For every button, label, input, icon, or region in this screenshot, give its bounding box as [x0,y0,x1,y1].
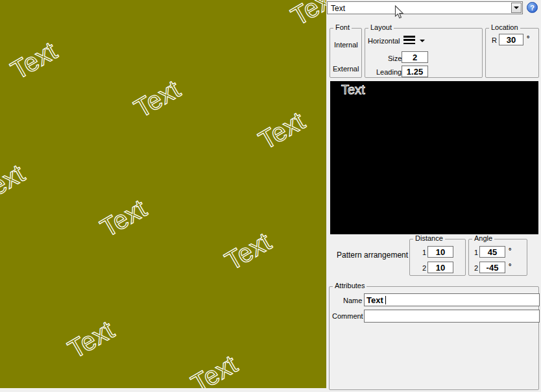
angle1-label: 1 [474,249,478,256]
font-group: Font Internal External [330,28,362,78]
leading-input[interactable] [402,66,428,77]
font-internal-option[interactable]: Internal [334,41,358,49]
pattern-text-sample: Text [187,350,241,388]
mouse-cursor [394,5,405,19]
dropdown-selected-value: Text [331,4,345,13]
comment-input[interactable] [364,310,540,323]
font-group-title: Font [333,23,352,32]
angle-group: Angle 1 ° 2 ° [468,239,527,276]
dropdown-arrow-button[interactable] [511,3,522,13]
text-pattern-editor-window: Text Text Text Text Text Text Text Text … [0,0,541,392]
pattern-text-sample: Text [64,316,118,362]
angle2-label: 2 [474,264,478,272]
degree-symbol: ° [509,262,511,270]
pattern-text-sample: Text [0,160,29,206]
distance-group: Distance 1 2 [409,239,466,276]
angle1-input[interactable] [479,246,505,258]
leading-label: Leading [376,68,402,76]
pattern-preview-canvas[interactable]: Text Text Text Text Text Text Text Text … [0,0,326,388]
size-label: Size [388,55,402,62]
location-group-title: Location [489,23,520,32]
distance-group-title: Distance [413,234,445,243]
rotation-input[interactable] [499,34,523,45]
pattern-text-sample: Text [6,37,61,83]
distance1-label: 1 [422,249,426,256]
angle2-input[interactable] [479,262,505,273]
pattern-text-sample: Text [221,228,275,274]
justify-lines-icon[interactable] [403,36,415,44]
attributes-group: Attributes Name Text Comment [329,286,539,390]
horizontal-label: Horizontal [368,37,400,45]
pattern-text-sample: Text [96,195,150,241]
rotation-label: R [492,36,497,44]
name-label: Name [343,297,362,304]
name-value: Text [367,295,383,305]
name-input[interactable]: Text [364,293,540,306]
size-input[interactable] [402,51,428,63]
comment-label: Comment [332,312,363,320]
chevron-down-icon [514,6,519,9]
pattern-text-sample: Text [130,75,184,121]
location-group: Location R ° [485,28,539,78]
layout-group-title: Layout [368,23,394,32]
help-icon[interactable]: ? [527,2,538,13]
preview-sample-text: Text [341,82,365,97]
pattern-text-sample: Text [254,107,309,153]
layout-group: Layout Horizontal Size Leading [365,28,483,78]
text-preview-pane[interactable]: Text [330,81,538,234]
pattern-arrangement-label: Pattern arrangement [337,251,408,259]
distance2-input[interactable] [427,262,453,273]
text-caret [385,296,386,304]
distance2-label: 2 [422,264,426,272]
font-external-option[interactable]: External [333,65,359,73]
settings-panel: Text ? Font Internal External Layout Hor… [326,0,541,392]
angle-group-title: Angle [472,234,494,243]
distance1-input[interactable] [427,246,453,258]
degree-symbol: ° [509,247,511,254]
alignment-chevron-down-icon[interactable] [420,40,425,42]
degree-symbol: ° [527,34,529,42]
attributes-group-title: Attributes [333,282,367,290]
text-style-dropdown[interactable]: Text [327,1,523,14]
pattern-text-sample: Text [287,0,326,30]
